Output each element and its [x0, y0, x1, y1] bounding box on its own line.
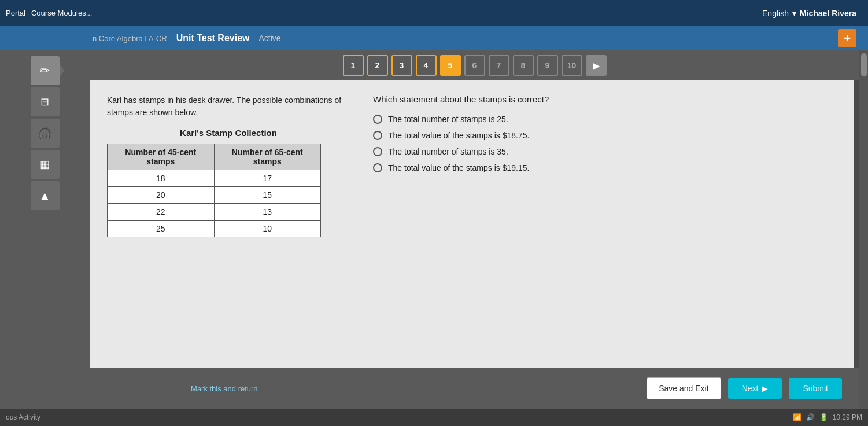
nav-btn-9[interactable]: 9 — [537, 55, 558, 76]
pencil-tool[interactable]: ✏ — [31, 56, 60, 85]
pencil-icon: ✏ — [40, 64, 50, 78]
radio-circle-2 — [373, 131, 382, 140]
time-label: 10:29 PM — [833, 413, 862, 421]
table-cell-r2c2: 15 — [214, 187, 321, 204]
sound-icon: 🔊 — [806, 413, 815, 421]
headphone-icon: 🎧 — [38, 126, 52, 140]
nav-btn-4[interactable]: 4 — [416, 55, 437, 76]
next-arrow-icon: ▶ — [762, 384, 768, 393]
answer-option-2-text: The total value of the stamps is $18.75. — [388, 131, 529, 140]
answer-option-3[interactable]: The total number of stamps is 35. — [373, 147, 836, 156]
portal-label: Portal — [6, 9, 25, 17]
language-chevron-icon[interactable]: ▾ — [792, 9, 796, 18]
radio-circle-3 — [373, 147, 382, 156]
answer-option-1[interactable]: The total number of stamps is 25. — [373, 115, 836, 124]
table-row: 22 13 — [108, 204, 321, 221]
question-right: Which statement about the stamps is corr… — [373, 94, 836, 354]
status-bar: ous Activity 📶 🔊 🔋 10:29 PM — [0, 409, 868, 426]
table-cell-r2c1: 20 — [108, 187, 215, 204]
bottom-actions: Save and Exit Next ▶ Submit — [647, 377, 842, 399]
table-row: 25 10 — [108, 221, 321, 237]
table-row: 20 15 — [108, 187, 321, 204]
top-bar-left: Portal Course Modules... — [0, 9, 92, 17]
table-cell-r3c1: 22 — [108, 204, 215, 221]
user-name: Michael Rivera — [800, 9, 856, 18]
nav-btn-3[interactable]: 3 — [391, 55, 412, 76]
nav-btn-6[interactable]: 6 — [464, 55, 485, 76]
table-title: Karl's Stamp Collection — [107, 128, 350, 138]
nav-btn-5[interactable]: 5 — [440, 55, 461, 76]
question-nav: 1 2 3 4 5 6 7 8 9 10 ▶ — [90, 50, 859, 80]
question-left: Karl has stamps in his desk drawer. The … — [107, 94, 350, 354]
nav-btn-8[interactable]: 8 — [513, 55, 534, 76]
content-area: 1 2 3 4 5 6 7 8 9 10 ▶ Karl has stamps i… — [90, 50, 859, 409]
next-label: Next — [742, 384, 759, 393]
nav-btn-1[interactable]: 1 — [343, 55, 364, 76]
table-cell-r4c1: 25 — [108, 221, 215, 237]
up-arrow-icon: ▲ — [39, 189, 51, 203]
up-arrow-tool[interactable]: ▲ — [31, 181, 60, 210]
active-badge: Active — [258, 34, 280, 43]
battery-icon: 🔋 — [819, 413, 828, 421]
table-row: 18 17 — [108, 170, 321, 187]
printer-tool[interactable]: ⊟ — [31, 87, 60, 116]
course-label: Course Modules... — [31, 9, 93, 17]
nav-arrow-button[interactable]: ▶ — [586, 55, 607, 76]
answer-option-4-text: The total value of the stamps is $19.15. — [388, 163, 529, 172]
table-cell-r4c2: 10 — [214, 221, 321, 237]
top-bar: Portal Course Modules... English ▾ Micha… — [0, 0, 868, 26]
save-exit-button[interactable]: Save and Exit — [647, 377, 721, 399]
top-bar-right: English ▾ Michael Rivera — [762, 9, 856, 18]
nav-btn-7[interactable]: 7 — [489, 55, 509, 76]
active-indicator — [60, 64, 64, 78]
printer-icon: ⊟ — [40, 96, 49, 108]
plus-button[interactable]: + — [838, 29, 856, 47]
language-label: English — [762, 9, 789, 18]
bottom-bar: Mark this and return Save and Exit Next … — [90, 368, 859, 409]
status-left-label: ous Activity — [6, 413, 40, 421]
left-sidebar: ✏ ⊟ 🎧 ▦ ▲ — [0, 50, 90, 409]
table-header-col2: Number of 65-cent stamps — [214, 144, 321, 170]
unit-test-label: Unit Test Review — [176, 33, 250, 43]
question-prompt: Which statement about the stamps is corr… — [373, 94, 836, 104]
nav-btn-10[interactable]: 10 — [562, 55, 582, 76]
next-button[interactable]: Next ▶ — [728, 378, 782, 399]
headphone-tool[interactable]: 🎧 — [31, 119, 60, 148]
wifi-icon: 📶 — [793, 413, 801, 421]
answer-options: The total number of stamps is 25. The to… — [373, 115, 836, 172]
table-cell-r3c2: 13 — [214, 204, 321, 221]
submit-button[interactable]: Submit — [789, 378, 842, 399]
radio-circle-1 — [373, 115, 382, 124]
calculator-tool[interactable]: ▦ — [31, 150, 60, 179]
calculator-icon: ▦ — [40, 158, 50, 171]
mark-return-link[interactable]: Mark this and return — [191, 384, 258, 393]
table-header-col1: Number of 45-cent stamps — [108, 144, 215, 170]
stamp-table: Number of 45-cent stamps Number of 65-ce… — [107, 144, 321, 237]
answer-option-4[interactable]: The total value of the stamps is $19.15. — [373, 163, 836, 172]
scrollbar[interactable] — [859, 50, 868, 409]
answer-option-1-text: The total number of stamps is 25. — [388, 115, 508, 124]
answer-option-3-text: The total number of stamps is 35. — [388, 147, 508, 156]
scrollbar-thumb[interactable] — [861, 53, 867, 76]
question-intro: Karl has stamps in his desk drawer. The … — [107, 94, 350, 119]
breadcrumb: n Core Algebra I A-CR — [93, 34, 167, 43]
answer-option-2[interactable]: The total value of the stamps is $18.75. — [373, 131, 836, 140]
second-bar: n Core Algebra I A-CR Unit Test Review A… — [0, 26, 868, 50]
table-cell-r1c1: 18 — [108, 170, 215, 187]
table-cell-r1c2: 17 — [214, 170, 321, 187]
status-right: 📶 🔊 🔋 10:29 PM — [793, 413, 862, 421]
nav-btn-2[interactable]: 2 — [367, 55, 388, 76]
question-area: Karl has stamps in his desk drawer. The … — [90, 80, 854, 368]
radio-circle-4 — [373, 163, 382, 172]
